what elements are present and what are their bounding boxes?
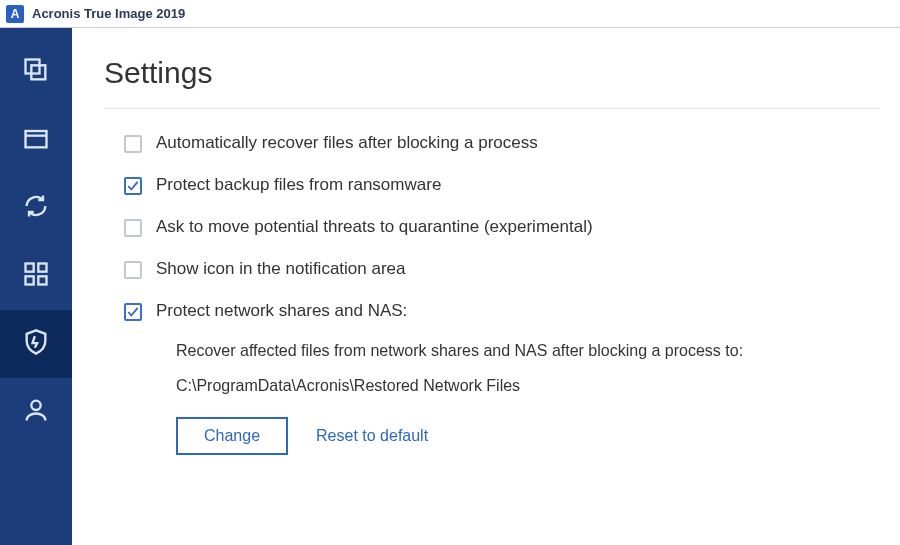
app-title: Acronis True Image 2019 <box>32 6 185 21</box>
shield-icon <box>22 328 50 360</box>
sidebar-item-tools[interactable] <box>0 242 72 310</box>
checkbox-auto-recover[interactable] <box>124 135 142 153</box>
main-content: Settings Automatically recover files aft… <box>72 28 900 545</box>
nas-subsection: Recover affected files from network shar… <box>104 339 880 455</box>
checkbox-protect-backup[interactable] <box>124 177 142 195</box>
archive-icon <box>22 124 50 156</box>
reset-default-button[interactable]: Reset to default <box>316 419 428 453</box>
label-protect-nas: Protect network shares and NAS: <box>156 301 407 321</box>
backup-icon <box>22 56 50 88</box>
option-ask-quarantine: Ask to move potential threats to quarant… <box>104 217 880 237</box>
sidebar-item-account[interactable] <box>0 378 72 446</box>
app-logo: A <box>6 5 24 23</box>
label-show-icon: Show icon in the notification area <box>156 259 406 279</box>
sidebar <box>0 28 72 545</box>
divider <box>104 108 880 109</box>
option-show-icon: Show icon in the notification area <box>104 259 880 279</box>
label-protect-backup: Protect backup files from ransomware <box>156 175 441 195</box>
nas-path: C:\ProgramData\Acronis\Restored Network … <box>176 377 880 395</box>
svg-point-8 <box>31 401 40 410</box>
option-protect-backup: Protect backup files from ransomware <box>104 175 880 195</box>
svg-rect-7 <box>38 276 46 284</box>
app-body: Settings Automatically recover files aft… <box>0 28 900 545</box>
account-icon <box>22 396 50 428</box>
svg-rect-6 <box>26 276 34 284</box>
checkbox-protect-nas[interactable] <box>124 303 142 321</box>
page-title: Settings <box>104 56 880 90</box>
svg-rect-4 <box>26 264 34 272</box>
nas-button-row: Change Reset to default <box>176 417 880 455</box>
sidebar-item-active-protection[interactable] <box>0 310 72 378</box>
sidebar-item-backup[interactable] <box>0 38 72 106</box>
sidebar-item-archive[interactable] <box>0 106 72 174</box>
option-auto-recover: Automatically recover files after blocki… <box>104 133 880 153</box>
nas-description: Recover affected files from network shar… <box>176 339 880 363</box>
checkbox-show-icon[interactable] <box>124 261 142 279</box>
sidebar-item-sync[interactable] <box>0 174 72 242</box>
titlebar: A Acronis True Image 2019 <box>0 0 900 28</box>
svg-rect-5 <box>38 264 46 272</box>
grid-icon <box>22 260 50 292</box>
sync-icon <box>22 192 50 224</box>
svg-rect-2 <box>26 131 47 147</box>
label-ask-quarantine: Ask to move potential threats to quarant… <box>156 217 593 237</box>
checkbox-ask-quarantine[interactable] <box>124 219 142 237</box>
change-button[interactable]: Change <box>176 417 288 455</box>
option-protect-nas: Protect network shares and NAS: <box>104 301 880 321</box>
label-auto-recover: Automatically recover files after blocki… <box>156 133 538 153</box>
